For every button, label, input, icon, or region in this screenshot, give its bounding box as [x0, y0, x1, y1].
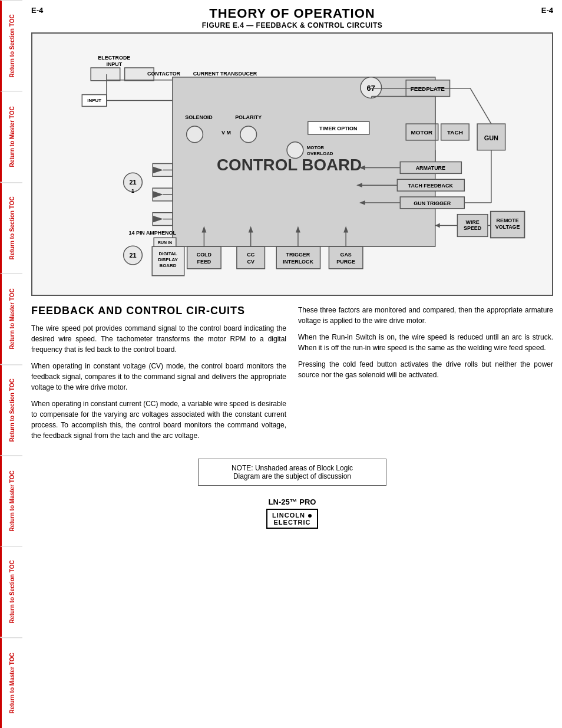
diagram-container: CONTROL BOARD ELECTRODE INPUT CONTACTOR …: [31, 32, 553, 296]
svg-text:CURRENT TRANSDUCER: CURRENT TRANSDUCER: [193, 71, 257, 77]
svg-text:GUN TRIGGER: GUN TRIGGER: [414, 200, 451, 206]
page-title: THEORY OF OPERATION: [43, 6, 541, 21]
svg-text:VOLTAGE: VOLTAGE: [495, 224, 520, 230]
tab-section-4[interactable]: Return to Section TOC: [0, 546, 22, 637]
svg-text:V M: V M: [222, 130, 231, 136]
tab-section-3[interactable]: Return to Section TOC: [0, 364, 22, 455]
svg-text:TACH: TACH: [447, 129, 463, 136]
tab-master-4[interactable]: Return to Master TOC: [0, 637, 22, 728]
lincoln-electric-logo: LINCOLN ELECTRIC: [266, 509, 318, 529]
svg-text:REMOTE: REMOTE: [497, 218, 519, 223]
note-line1: NOTE: Unshaded areas of Block Logic: [232, 464, 353, 472]
para-3: When operating in constant current (CC) …: [31, 398, 286, 441]
svg-text:COLD: COLD: [197, 252, 212, 258]
svg-text:BOARD: BOARD: [159, 263, 176, 268]
page-header: E-4 THEORY OF OPERATION FIGURE E.4 — FEE…: [31, 6, 553, 29]
svg-text:MOTOR: MOTOR: [411, 129, 433, 136]
svg-text:TACH FEEDBACK: TACH FEEDBACK: [408, 183, 454, 189]
svg-text:WIRE: WIRE: [466, 219, 480, 225]
svg-text:1: 1: [131, 187, 135, 194]
svg-text:ELECTRODE: ELECTRODE: [98, 55, 130, 61]
figure-caption: FIGURE E.4 — FEEDBACK & CONTROL CIRCUITS: [43, 21, 541, 29]
svg-text:21: 21: [129, 179, 136, 186]
page-footer: LN-25™ PRO LINCOLN ELECTRIC: [31, 498, 553, 529]
svg-text:DIGITAL: DIGITAL: [158, 251, 177, 256]
svg-text:TIMER OPTION: TIMER OPTION: [319, 126, 357, 131]
page-title-block: THEORY OF OPERATION FIGURE E.4 — FEEDBAC…: [43, 6, 541, 29]
svg-text:CV: CV: [247, 259, 254, 265]
svg-text:GUN: GUN: [484, 134, 498, 141]
para-2: When operating in constant voltage (CV) …: [31, 361, 286, 393]
tab-section-2[interactable]: Return to Section TOC: [0, 182, 22, 273]
svg-rect-4: [91, 68, 120, 81]
logo-text-1: LINCOLN: [272, 512, 305, 519]
svg-text:FEED: FEED: [197, 259, 211, 265]
svg-text:RUN IN: RUN IN: [158, 241, 172, 245]
svg-text:14 PIN AMPHENOL: 14 PIN AMPHENOL: [129, 230, 177, 236]
circuit-diagram: CONTROL BOARD ELECTRODE INPUT CONTACTOR …: [38, 39, 546, 287]
svg-text:CONTACTOR: CONTACTOR: [147, 71, 181, 77]
page-num-left: E-4: [31, 6, 43, 15]
svg-text:OVERLOAD: OVERLOAD: [307, 151, 333, 156]
svg-point-29: [187, 126, 203, 143]
svg-text:SOLENOID: SOLENOID: [185, 114, 213, 120]
svg-text:TRIGGER: TRIGGER: [286, 252, 310, 258]
svg-text:GAS: GAS: [340, 252, 351, 258]
svg-text:CONTROL BOARD: CONTROL BOARD: [217, 156, 362, 174]
svg-text:INPUT: INPUT: [106, 61, 122, 67]
para-6: Pressing the cold feed button activates …: [298, 359, 553, 380]
para-1: The wire speed pot provides command sign…: [31, 323, 286, 355]
svg-text:DISPLAY: DISPLAY: [158, 257, 178, 262]
logo-dot: [308, 514, 312, 518]
text-col-left: FEEDBACK AND CONTROL CIR-CUITS The wire …: [31, 305, 286, 447]
svg-line-34: [470, 88, 491, 124]
side-tabs: Return to Section TOC Return to Master T…: [0, 0, 22, 728]
svg-text:INPUT: INPUT: [87, 98, 101, 103]
text-section: FEEDBACK AND CONTROL CIR-CUITS The wire …: [31, 305, 553, 447]
svg-text:MOTOR: MOTOR: [307, 145, 325, 150]
svg-point-31: [240, 126, 257, 143]
tab-master-2[interactable]: Return to Master TOC: [0, 273, 22, 364]
svg-text:PURGE: PURGE: [336, 259, 355, 265]
page-num-right: E-4: [541, 6, 553, 15]
svg-text:POLARITY: POLARITY: [235, 114, 262, 120]
para-5: When the Run-in Switch is on, the wire s…: [298, 332, 553, 353]
svg-text:SPEED: SPEED: [464, 225, 482, 231]
section-heading: FEEDBACK AND CONTROL CIR-CUITS: [31, 305, 286, 317]
logo-text-2: ELECTRIC: [273, 519, 310, 526]
note-box: NOTE: Unshaded areas of Block Logic Diag…: [198, 459, 386, 486]
svg-point-25: [287, 142, 303, 159]
para-4: These three factors are monitored and co…: [298, 305, 553, 326]
svg-text:CC: CC: [247, 252, 254, 258]
svg-text:INTERLOCK: INTERLOCK: [283, 259, 314, 265]
tab-master-3[interactable]: Return to Master TOC: [0, 455, 22, 546]
tab-section-1[interactable]: Return to Section TOC: [0, 0, 22, 91]
product-name: LN-25™ PRO: [31, 498, 553, 506]
note-line2: Diagram are the subject of discussion: [233, 472, 351, 480]
svg-marker-103: [435, 223, 440, 228]
svg-text:21: 21: [129, 252, 136, 259]
svg-text:ARMATURE: ARMATURE: [416, 165, 445, 171]
text-col-right: These three factors are monitored and co…: [298, 305, 553, 447]
tab-master-1[interactable]: Return to Master TOC: [0, 91, 22, 182]
